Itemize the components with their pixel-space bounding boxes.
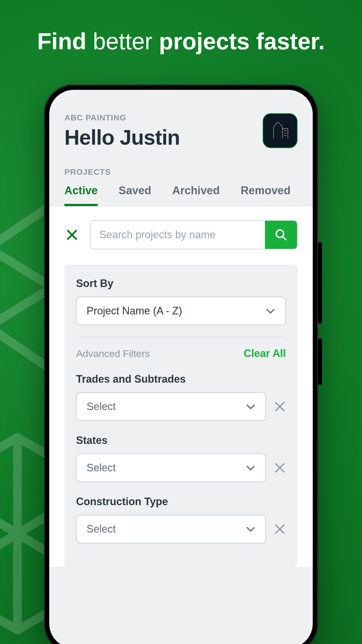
- tab-saved[interactable]: Saved: [119, 184, 151, 206]
- filter-label-trades: Trades and Subtrades: [76, 373, 286, 385]
- filter-label-construction: Construction Type: [76, 496, 286, 508]
- sort-select[interactable]: Project Name (A - Z): [76, 297, 286, 325]
- phone-frame: ABC PAINTING Hello Justin PROJECTS Activ…: [44, 85, 318, 644]
- filter-select-trades[interactable]: Select: [76, 392, 266, 421]
- section-label: PROJECTS: [49, 149, 313, 177]
- tabs: Active Saved Archived Removed: [49, 177, 313, 206]
- filter-select-construction[interactable]: Select: [76, 515, 266, 543]
- advanced-filters-label: Advanced Filters: [76, 348, 150, 359]
- chevron-down-icon: [246, 463, 256, 473]
- svg-point-0: [276, 230, 284, 238]
- building-icon: [270, 120, 290, 141]
- search-input[interactable]: [91, 221, 265, 249]
- clear-filter-construction[interactable]: [274, 523, 286, 535]
- company-name: ABC PAINTING: [64, 113, 180, 123]
- filters-card: Sort By Project Name (A - Z) Advanced Fi…: [64, 265, 298, 567]
- tab-archived[interactable]: Archived: [172, 184, 220, 206]
- greeting: Hello Justin: [64, 125, 180, 149]
- chevron-down-icon: [246, 402, 256, 412]
- search-icon: [275, 228, 287, 241]
- tab-active[interactable]: Active: [64, 184, 98, 206]
- phone-screen: ABC PAINTING Hello Justin PROJECTS Activ…: [49, 90, 313, 644]
- clear-filter-states[interactable]: [274, 462, 286, 474]
- filter-select-states[interactable]: Select: [76, 454, 266, 482]
- headline: Find better projects faster.: [0, 28, 362, 55]
- close-search-button[interactable]: [64, 227, 80, 242]
- avatar[interactable]: [263, 113, 298, 148]
- clear-all-button[interactable]: Clear All: [244, 347, 286, 360]
- search-button[interactable]: [265, 221, 297, 249]
- sort-value: Project Name (A - Z): [87, 305, 182, 317]
- divider: [76, 337, 286, 337]
- chevron-down-icon: [266, 306, 275, 316]
- sort-label: Sort By: [76, 277, 286, 290]
- close-icon: [65, 228, 79, 242]
- clear-filter-trades[interactable]: [274, 400, 286, 413]
- chevron-down-icon: [246, 524, 256, 534]
- tab-removed[interactable]: Removed: [241, 184, 291, 206]
- filter-label-states: States: [76, 434, 286, 447]
